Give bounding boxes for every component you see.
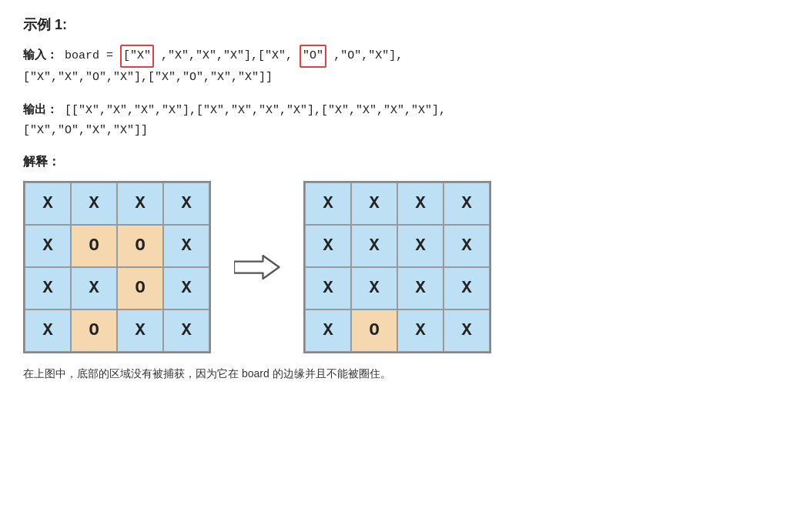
table-row: X xyxy=(25,182,71,225)
input-line2: ["X","X","O","X"],["X","O","X","X"]] xyxy=(23,71,273,84)
grids-container: XXXXXOOXXXOXXOXX XXXXXXXXXXXXXOXX xyxy=(23,181,787,353)
grid-after: XXXXXXXXXXXXXOXX xyxy=(303,181,491,353)
table-row: X xyxy=(305,309,351,352)
table-row: O xyxy=(117,267,163,309)
input-part3: ,"O","X"], xyxy=(333,49,403,62)
output-label: 输出： xyxy=(23,104,58,117)
table-row: X xyxy=(25,309,71,352)
input-label: 输入： xyxy=(23,49,58,62)
arrow-container xyxy=(234,252,280,283)
input-highlight-1: ["X" xyxy=(120,45,154,68)
output-value: [["X","X","X","X"],["X","X","X","X"],["X… xyxy=(65,104,446,117)
table-row: X xyxy=(163,267,209,309)
table-row: X xyxy=(305,225,351,267)
footnote: 在上图中，底部的区域没有被捕获，因为它在 board 的边缘并且不能被圈住。 xyxy=(23,367,787,381)
table-row: X xyxy=(305,267,351,309)
input-highlight-2: "O" xyxy=(300,45,326,68)
table-row: X xyxy=(351,267,397,309)
table-row: X xyxy=(117,309,163,352)
table-row: X xyxy=(163,182,209,225)
output-line2: ["X","O","X","X"]] xyxy=(23,124,148,137)
grid-before: XXXXXOOXXXOXXOXX xyxy=(23,181,211,353)
table-row: X xyxy=(351,182,397,225)
table-row: X xyxy=(443,309,490,352)
output-block: 输出： [["X","X","X","X"],["X","X","X","X"]… xyxy=(23,101,787,140)
table-row: X xyxy=(71,182,117,225)
table-row: X xyxy=(305,182,351,225)
input-part2: ,"X","X","X"],["X", xyxy=(161,49,293,62)
input-code-prefix: board = xyxy=(65,49,120,62)
table-row: O xyxy=(117,225,163,267)
table-row: O xyxy=(71,309,117,352)
table-row: X xyxy=(443,267,490,309)
input-block: 输入： board = ["X" ,"X","X","X"],["X", "O"… xyxy=(23,45,787,87)
table-row: X xyxy=(25,267,71,309)
jieshi-label: 解释： xyxy=(23,154,787,170)
svg-marker-0 xyxy=(234,256,279,279)
table-row: O xyxy=(71,225,117,267)
table-row: X xyxy=(71,267,117,309)
table-row: O xyxy=(351,309,397,352)
table-row: X xyxy=(117,182,163,225)
arrow-icon xyxy=(234,252,280,283)
table-row: X xyxy=(443,182,490,225)
table-row: X xyxy=(25,225,71,267)
table-row: X xyxy=(397,182,443,225)
table-row: X xyxy=(397,309,443,352)
table-row: X xyxy=(397,225,443,267)
table-row: X xyxy=(163,225,209,267)
table-row: X xyxy=(443,225,490,267)
table-row: X xyxy=(163,309,209,352)
table-row: X xyxy=(351,225,397,267)
section-title: 示例 1: xyxy=(23,15,787,34)
table-row: X xyxy=(397,267,443,309)
